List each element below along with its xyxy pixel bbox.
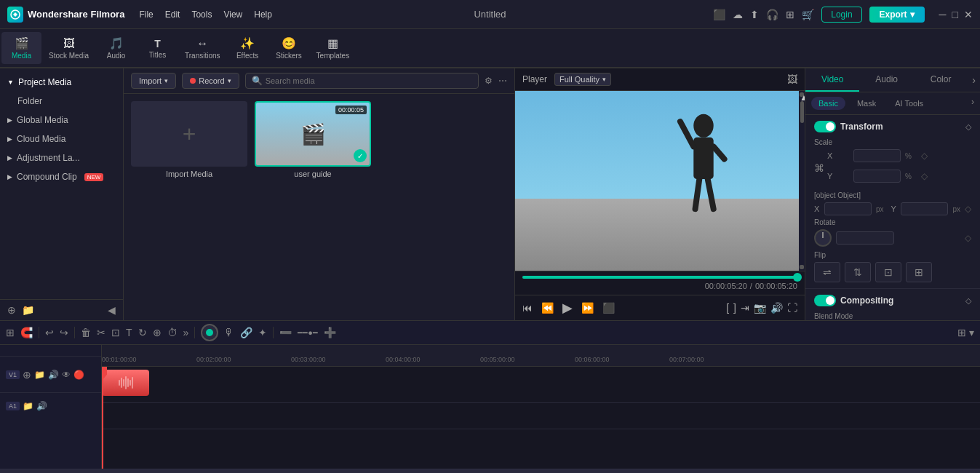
sidebar-item-compound-clip[interactable]: ▶ Compound Clip NEW	[0, 167, 123, 186]
tl-settings-icon[interactable]: ▾	[969, 327, 974, 338]
tab-color[interactable]: Color	[914, 68, 968, 92]
tl-timeline-slider[interactable]: ━━●━	[298, 328, 318, 338]
tl-audio-icon[interactable]: 🎙	[224, 327, 234, 338]
scale-y-reset[interactable]: ◇	[921, 171, 928, 181]
quality-select[interactable]: Full Quality ▾	[554, 73, 611, 86]
extract-button[interactable]: ⇥	[741, 302, 749, 314]
sidebar-item-folder[interactable]: Folder	[0, 92, 123, 111]
tl-rotate-button[interactable]: ↻	[138, 327, 147, 338]
sidebar-item-cloud-media[interactable]: ▶ Cloud Media	[0, 130, 123, 148]
stop-button[interactable]: ⬛	[602, 302, 615, 314]
play-button[interactable]: ▶	[562, 300, 573, 316]
close-button[interactable]: ✕	[964, 9, 973, 20]
rotate-reset[interactable]: ◇	[965, 233, 971, 243]
video-track-audio-icon[interactable]: 🔊	[48, 370, 59, 380]
upload-icon[interactable]: ⬆	[750, 9, 759, 20]
video-track-add-icon[interactable]: ⊕	[23, 369, 31, 381]
tab-video[interactable]: Video	[805, 68, 859, 92]
aspect-button[interactable]: ⊞	[906, 262, 932, 282]
tl-record-button[interactable]	[201, 324, 218, 341]
seekbar[interactable]	[522, 276, 797, 279]
tl-zoom-fit-button[interactable]: ⊕	[153, 327, 162, 338]
menu-help[interactable]: Help	[254, 9, 272, 20]
tl-cut-button[interactable]: ✂	[97, 327, 105, 338]
video-clip[interactable]	[102, 370, 149, 396]
video-track-folder-icon[interactable]: 📁	[34, 370, 45, 380]
cloud-icon[interactable]: ☁	[733, 9, 743, 20]
transform-toggle[interactable]	[814, 121, 836, 132]
collapse-icon[interactable]: ◀	[108, 304, 116, 316]
more-icon[interactable]: ⋯	[498, 76, 507, 86]
subtab-more-icon[interactable]: ›	[971, 97, 974, 110]
more-tabs-button[interactable]: ›	[968, 68, 980, 92]
flip-vertical-button[interactable]: ⇅	[845, 262, 871, 282]
screenshot-icon[interactable]: 🖼	[787, 73, 797, 85]
tl-layout-icon[interactable]: ⊞	[6, 327, 15, 338]
tl-redo-button[interactable]: ↪	[60, 327, 68, 338]
scale-x-input[interactable]: 100.00	[853, 149, 901, 162]
tl-transition-icon[interactable]: 🔗	[240, 327, 252, 338]
prev-frame-button[interactable]: ⏪	[541, 302, 554, 314]
import-media-item[interactable]: + Import Media	[131, 101, 247, 313]
audio-icon[interactable]: 🎧	[766, 9, 778, 20]
tl-delete-button[interactable]: 🗑	[81, 327, 91, 338]
pos-y-input[interactable]: 0.00	[901, 202, 948, 215]
video-track-eye-icon[interactable]: 👁	[62, 370, 71, 380]
sidebar-item-project-media[interactable]: ▼ Project Media	[0, 73, 123, 92]
flip-horizontal-button[interactable]: ⇌	[814, 262, 840, 282]
subtab-basic[interactable]: Basic	[811, 97, 845, 110]
audio-track-volume-icon[interactable]: 🔊	[36, 401, 47, 411]
scale-y-input[interactable]: 100.00	[853, 170, 901, 183]
rotate-input[interactable]: 0.00°	[836, 231, 894, 245]
menu-file[interactable]: File	[139, 9, 153, 20]
pos-x-input[interactable]: 0.00	[824, 202, 872, 215]
cart-icon[interactable]: 🛒	[802, 9, 814, 20]
volume-button[interactable]: 🔊	[770, 302, 783, 314]
filter-icon[interactable]: ⚙	[485, 76, 493, 86]
maximize-button[interactable]: □	[952, 9, 958, 20]
tl-minus-button[interactable]: ➖	[279, 327, 292, 338]
import-button[interactable]: Import ▾	[131, 73, 176, 89]
menu-view[interactable]: View	[223, 9, 242, 20]
mark-out-button[interactable]: ]	[733, 302, 736, 314]
record-button[interactable]: Record ▾	[182, 73, 239, 89]
menu-tools[interactable]: Tools	[191, 9, 212, 20]
snapshot-button[interactable]: 📷	[754, 302, 766, 314]
tab-transitions[interactable]: ↔ Transitions	[179, 32, 226, 64]
tl-magnet-icon[interactable]: 🧲	[20, 327, 33, 338]
crop-button[interactable]: ⊡	[875, 262, 901, 282]
timeline-horizontal-scrollbar[interactable]	[0, 469, 980, 473]
subtab-mask[interactable]: Mask	[850, 97, 883, 110]
tl-undo-button[interactable]: ↩	[45, 327, 54, 338]
tl-crop-button[interactable]: ⊡	[111, 327, 120, 338]
tl-more-tools-button[interactable]: »	[183, 327, 189, 338]
export-button[interactable]: Export ▾	[869, 7, 925, 23]
tl-plus-button[interactable]: ➕	[324, 327, 336, 338]
add-media-icon[interactable]: ⊕	[7, 304, 16, 316]
subtab-ai-tools[interactable]: AI Tools	[888, 97, 931, 110]
tab-media[interactable]: 🎬 Media	[1, 32, 41, 64]
tab-effects[interactable]: ✨ Effects	[228, 32, 268, 64]
monitor-icon[interactable]: ⬛	[713, 9, 725, 20]
mark-in-button[interactable]: [	[726, 302, 729, 314]
tab-templates[interactable]: ▦ Templates	[311, 32, 356, 64]
fullscreen-button[interactable]: ⛶	[787, 302, 797, 314]
position-reset[interactable]: ◇	[965, 204, 971, 214]
scale-x-reset[interactable]: ◇	[921, 151, 928, 161]
minimize-button[interactable]: ─	[939, 9, 947, 20]
tab-stickers[interactable]: 😊 Stickers	[269, 32, 309, 64]
rotate-dial[interactable]	[814, 229, 832, 247]
tl-speed-button[interactable]: ⏱	[167, 327, 178, 338]
tab-audio[interactable]: 🎵 Audio	[96, 32, 136, 64]
sidebar-item-adjustment-layers[interactable]: ▶ Adjustment La...	[0, 148, 123, 167]
tab-stock-media[interactable]: 🖼 Stock Media	[43, 32, 95, 64]
audio-track-folder-icon[interactable]: 📁	[23, 401, 33, 411]
grid-icon[interactable]: ⊞	[786, 9, 794, 20]
menu-edit[interactable]: Edit	[165, 9, 180, 20]
player-scrollbar[interactable]: ▲	[799, 91, 805, 271]
compositing-toggle[interactable]	[814, 295, 836, 306]
video-track-lock-icon[interactable]: 🔴	[73, 370, 84, 380]
login-button[interactable]: Login	[821, 7, 861, 23]
tl-grid-icon[interactable]: ⊞	[957, 327, 966, 338]
user-guide-item[interactable]: 🎬 00:00:05 ✓ user guide	[255, 101, 371, 313]
